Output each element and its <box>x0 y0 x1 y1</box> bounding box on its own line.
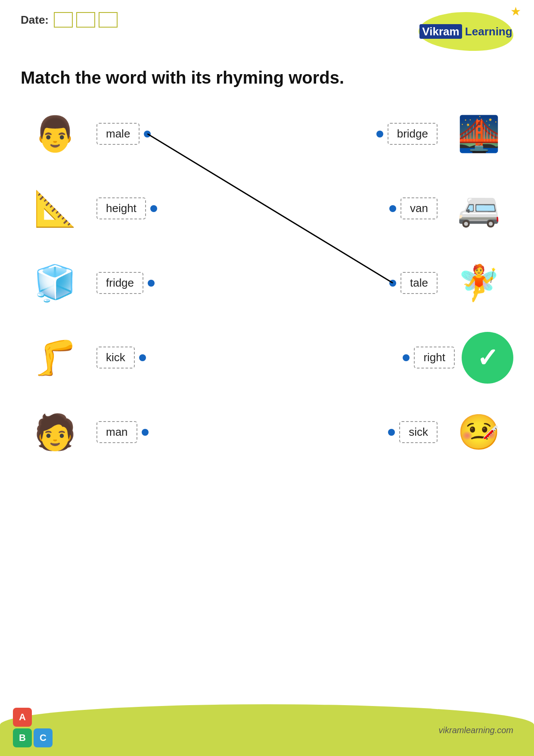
bridge-icon: 🌉 <box>457 117 500 151</box>
word-dot-right: right <box>403 347 455 369</box>
fairy-icon: 🧚 <box>457 266 500 300</box>
kick-icon: 🦵 <box>34 341 77 375</box>
img-right: ✓ <box>462 332 513 384</box>
date-box-3[interactable] <box>99 12 118 28</box>
footer-wave: A B C vikramlearning.com <box>0 704 534 756</box>
word-van: van <box>400 197 438 219</box>
block-b: B <box>13 728 32 747</box>
img-fridge: 🧊 <box>21 255 90 311</box>
word-fridge: fridge <box>96 272 143 294</box>
star-icon: ★ <box>510 4 521 19</box>
height-icon: 📐 <box>34 191 77 226</box>
exercise-row-1: 👨 male 🌉 bridge <box>21 100 513 167</box>
word-dot-sick: sick <box>388 421 438 443</box>
sick-icon: 🤒 <box>457 415 500 450</box>
dot-sick-left[interactable] <box>388 429 395 436</box>
word-man: man <box>96 421 137 443</box>
img-van: 🚐 <box>444 181 513 237</box>
dot-kick-right[interactable] <box>139 354 146 361</box>
logo-text: Vikram Learning <box>419 25 512 38</box>
footer-abc-blocks: A B C <box>13 708 53 747</box>
word-dot-tale: tale <box>389 272 438 294</box>
date-box-1[interactable] <box>54 12 73 28</box>
block-c: C <box>34 728 53 747</box>
header: Date: ★ Vikram Learning <box>0 0 534 51</box>
right-group-4: ✓ right <box>403 332 513 384</box>
exercise-area: 👨 male 🌉 bridge 📐 height <box>0 96 534 478</box>
date-section: Date: <box>21 12 118 28</box>
van-icon: 🚐 <box>457 191 500 226</box>
exercise-row-4: 🦵 kick ✓ right <box>21 324 513 391</box>
right-group-3: 🧚 tale <box>389 255 513 311</box>
dot-bridge-left[interactable] <box>376 131 383 137</box>
img-height: 📐 <box>21 181 90 237</box>
word-dot-van: van <box>389 197 438 219</box>
left-group-3: 🧊 fridge <box>21 255 155 311</box>
dot-right-left[interactable] <box>403 354 410 361</box>
male-icon: 👨 <box>34 117 77 151</box>
dot-height-right[interactable] <box>150 205 157 212</box>
img-boy: 🧑 <box>21 404 90 460</box>
logo-learning: Learning <box>465 25 512 38</box>
left-group-1: 👨 male <box>21 106 151 162</box>
dot-van-left[interactable] <box>389 205 396 212</box>
fridge-icon: 🧊 <box>34 266 77 300</box>
word-sick: sick <box>399 421 438 443</box>
word-dot-male: male <box>96 123 151 145</box>
left-group-4: 🦵 kick <box>21 330 146 386</box>
right-group-2: 🚐 van <box>389 181 513 237</box>
footer: A B C vikramlearning.com <box>0 704 534 756</box>
dot-fridge-right[interactable] <box>148 280 155 287</box>
word-right: right <box>414 347 455 369</box>
logo-area: ★ Vikram Learning <box>419 12 513 51</box>
boy-icon: 🧑 <box>34 415 77 450</box>
block-a: A <box>13 708 32 727</box>
left-group-2: 📐 height <box>21 181 157 237</box>
img-fairy: 🧚 <box>444 255 513 311</box>
exercise-row-3: 🧊 fridge 🧚 tale <box>21 250 513 316</box>
img-kick: 🦵 <box>21 330 90 386</box>
right-group-5: 🤒 sick <box>388 404 513 460</box>
date-label-text: Date: <box>21 13 49 27</box>
img-bridge: 🌉 <box>444 106 513 162</box>
word-dot-fridge: fridge <box>96 272 155 294</box>
exercise-row-2: 📐 height 🚐 van <box>21 175 513 242</box>
word-dot-man: man <box>96 421 149 443</box>
word-dot-height: height <box>96 197 157 219</box>
right-group-1: 🌉 bridge <box>376 106 513 162</box>
word-bridge: bridge <box>388 123 438 145</box>
word-kick: kick <box>96 347 135 369</box>
word-height: height <box>96 197 146 219</box>
dot-male-right[interactable] <box>144 131 151 137</box>
word-male: male <box>96 123 140 145</box>
date-boxes <box>54 12 118 28</box>
word-dot-kick: kick <box>96 347 146 369</box>
page-title: Match the word with its rhyming words. <box>0 51 534 96</box>
dot-tale-left[interactable] <box>389 280 396 287</box>
img-sick: 🤒 <box>444 404 513 460</box>
left-group-5: 🧑 man <box>21 404 149 460</box>
date-box-2[interactable] <box>76 12 95 28</box>
word-dot-bridge: bridge <box>376 123 438 145</box>
logo-blob: Vikram Learning <box>419 12 513 51</box>
check-icon: ✓ <box>477 343 498 373</box>
dot-man-right[interactable] <box>142 429 149 436</box>
word-tale: tale <box>400 272 438 294</box>
exercise-row-5: 🧑 man 🤒 sick <box>21 399 513 465</box>
logo-vikram: Vikram <box>419 24 462 39</box>
img-male: 👨 <box>21 106 90 162</box>
footer-url: vikramlearning.com <box>439 725 513 735</box>
